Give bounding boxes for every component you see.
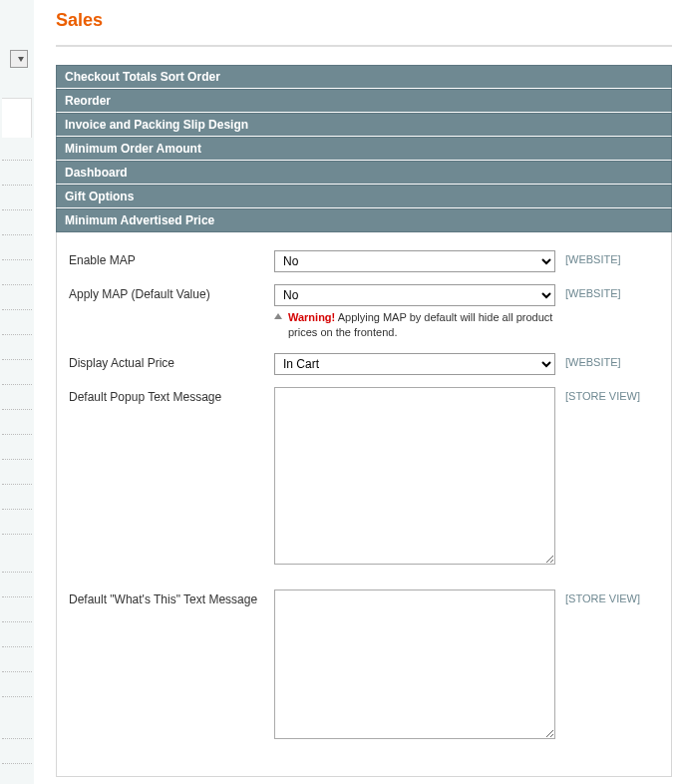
sidebar-divider bbox=[2, 359, 32, 360]
select-display-actual-price[interactable]: In Cart bbox=[274, 353, 555, 375]
sidebar-divider bbox=[2, 484, 32, 485]
row-whats-this-text: Default "What's This" Text Message [STOR… bbox=[69, 589, 659, 742]
sidebar-divider bbox=[2, 209, 32, 210]
sidebar-divider bbox=[2, 621, 32, 622]
sidebar-divider bbox=[2, 671, 32, 672]
scope-apply-map: [WEBSITE] bbox=[555, 284, 645, 299]
select-enable-map[interactable]: No bbox=[274, 250, 555, 272]
row-enable-map: Enable MAP No [WEBSITE] bbox=[69, 250, 659, 272]
note-apply-map: Warning! Applying MAP by default will hi… bbox=[274, 310, 555, 341]
label-default-popup-text: Default Popup Text Message bbox=[69, 387, 274, 404]
section-reorder[interactable]: Reorder bbox=[56, 89, 672, 113]
section-minimum-advertised-price[interactable]: Minimum Advertised Price bbox=[56, 208, 672, 232]
page-title: Sales bbox=[56, 0, 672, 45]
sidebar-divider bbox=[2, 185, 32, 186]
sidebar-divider bbox=[2, 284, 32, 285]
sidebar-active-stub bbox=[2, 98, 32, 138]
sidebar-divider bbox=[2, 572, 32, 573]
sidebar-divider bbox=[2, 509, 32, 510]
sidebar-divider bbox=[2, 334, 32, 335]
sidebar-divider bbox=[2, 534, 32, 535]
triangle-up-icon bbox=[274, 313, 282, 319]
warning-label: Warning! bbox=[288, 311, 335, 323]
label-whats-this-text: Default "What's This" Text Message bbox=[69, 589, 274, 606]
row-apply-map: Apply MAP (Default Value) No Warning! Ap… bbox=[69, 284, 659, 341]
section-gift-options[interactable]: Gift Options bbox=[56, 185, 672, 208]
section-minimum-order-amount[interactable]: Minimum Order Amount bbox=[56, 137, 672, 161]
label-display-actual-price: Display Actual Price bbox=[69, 353, 274, 370]
scope-display-actual-price: [WEBSITE] bbox=[555, 353, 645, 368]
sidebar-divider bbox=[2, 763, 32, 764]
sidebar-divider bbox=[2, 434, 32, 435]
section-invoice-packing-slip[interactable]: Invoice and Packing Slip Design bbox=[56, 113, 672, 137]
left-sidebar-strip bbox=[0, 0, 34, 784]
sidebar-divider bbox=[2, 234, 32, 235]
row-default-popup-text: Default Popup Text Message [STORE VIEW] bbox=[69, 387, 659, 568]
textarea-whats-this-text[interactable] bbox=[274, 589, 555, 739]
scope-whats-this-text: [STORE VIEW] bbox=[555, 589, 645, 604]
scope-default-popup-text: [STORE VIEW] bbox=[555, 387, 645, 402]
textarea-default-popup-text[interactable] bbox=[274, 387, 555, 565]
row-display-actual-price: Display Actual Price In Cart [WEBSITE] bbox=[69, 353, 659, 375]
sidebar-divider bbox=[2, 309, 32, 310]
sidebar-select-stub[interactable] bbox=[10, 50, 28, 68]
sidebar-divider bbox=[2, 459, 32, 460]
label-enable-map: Enable MAP bbox=[69, 250, 274, 267]
warning-text: Warning! Applying MAP by default will hi… bbox=[288, 310, 555, 341]
sidebar-divider bbox=[2, 596, 32, 597]
main-content: Sales Checkout Totals Sort Order Reorder… bbox=[56, 0, 672, 777]
sidebar-divider bbox=[2, 259, 32, 260]
sidebar-divider bbox=[2, 384, 32, 385]
map-fieldset: Enable MAP No [WEBSITE] Apply MAP (Defau… bbox=[56, 232, 672, 777]
sidebar-divider bbox=[2, 696, 32, 697]
scope-enable-map: [WEBSITE] bbox=[555, 250, 645, 265]
sidebar-divider bbox=[2, 160, 32, 161]
label-apply-map: Apply MAP (Default Value) bbox=[69, 284, 274, 301]
section-checkout-totals-sort-order[interactable]: Checkout Totals Sort Order bbox=[56, 65, 672, 89]
sidebar-divider bbox=[2, 409, 32, 410]
sidebar-divider bbox=[2, 738, 32, 739]
select-apply-map[interactable]: No bbox=[274, 284, 555, 306]
title-divider bbox=[56, 45, 672, 47]
section-dashboard[interactable]: Dashboard bbox=[56, 161, 672, 185]
sidebar-divider bbox=[2, 646, 32, 647]
